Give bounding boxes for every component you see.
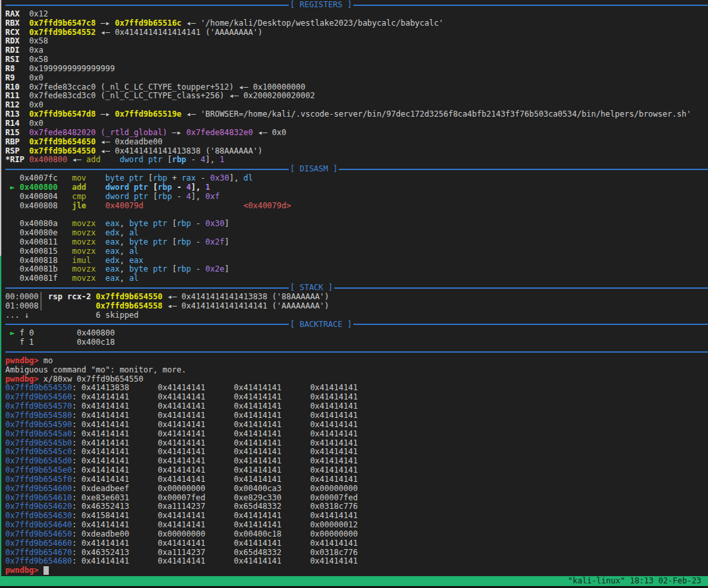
- terminal-line: RDI 0xa: [5, 46, 708, 55]
- terminal-line: 0x7ffd9b6545a0: 0x41414141 0x41414141 0x…: [5, 430, 708, 439]
- terminal-line: pwndbg> x/80xw 0x7ffd9b654550: [5, 375, 708, 384]
- terminal-line: 0x7ffd9b654640: 0x41414141 0x41414141 0x…: [5, 521, 708, 530]
- terminal-line: pwndbg> mo: [5, 357, 708, 366]
- terminal-line: 0x7ffd9b6545b0: 0x41414141 0x41414141 0x…: [5, 439, 708, 448]
- terminal-line: pwndbg>: [5, 566, 708, 575]
- terminal-line: RSP 0x7ffd9b654550 ◂— 0x4141414141413838…: [5, 147, 708, 156]
- section-label: [ STACK ]: [289, 283, 334, 293]
- tmux-session-clock-text: "kali-linux" 18:13 02-Feb-23: [568, 576, 706, 586]
- terminal-line: 0x7ffd9b6545f0: 0x41414141 0x41414141 0x…: [5, 475, 708, 485]
- terminal-line: 0x40080a movzx eax, byte ptr [rbp - 0x30…: [5, 220, 708, 229]
- terminal-line: 0x7ffd9b654630: 0x41584141 0x41414141 0x…: [5, 512, 708, 521]
- terminal-line: f 1 0x400c18: [5, 338, 708, 347]
- terminal-line: 0x7ffd9b654600: 0xdeadbeef 0x00000000 0x…: [5, 485, 708, 494]
- terminal-line: 0x400808 jle 0x40079d <0x40079d>: [5, 202, 708, 211]
- terminal-line: 0x7ffd9b6545c0: 0x41414141 0x41414141 0x…: [5, 448, 708, 457]
- terminal-line: RSI 0x58: [5, 55, 708, 65]
- terminal-line: 0x4007fc mov byte ptr [rbp + rax - 0x30]…: [5, 174, 708, 183]
- terminal-cursor: [44, 566, 49, 575]
- terminal-line: 0x7ffd9b654550: 0x41413838 0x41414141 0x…: [5, 384, 708, 393]
- terminal-line: 0x400811 movzx eax, byte ptr [rbp - 0x2f…: [5, 238, 708, 247]
- section-separator: [ BACKTRACE ]: [5, 320, 708, 330]
- terminal-line: ► 0x400800 add dword ptr [rbp - 4], 1: [5, 183, 708, 192]
- terminal-line: 0x7ffd9b654650: 0xdeadbe00 0x00000000 0x…: [5, 530, 708, 539]
- gutter-stripe-gray: [0, 0, 1, 256]
- terminal-line: 0x7ffd9b654590: 0x41414141 0x41414141 0x…: [5, 421, 708, 430]
- terminal-line: R9 0x0: [5, 74, 708, 83]
- terminal-line: R15 0x7fede8482020 (_rtld_global) —▸ 0x7…: [5, 129, 708, 138]
- terminal-line: 0x7ffd9b654580: 0x41414141 0x41414141 0x…: [5, 411, 708, 421]
- terminal-line: RCX 0x7ffd9b654552 ◂— 0x4141414141414141…: [5, 28, 708, 38]
- terminal-line: R13 0x7ffd9b6547d8 —▸ 0x7ffd9b65519e ◂— …: [5, 110, 708, 119]
- terminal-line: RDX 0x58: [5, 37, 708, 46]
- terminal-line: RAX 0x12: [5, 10, 708, 19]
- tmux-status-bar: "kali-linux" 18:13 02-Feb-23: [0, 576, 708, 586]
- terminal-line: Ambiguous command "mo": monitor, more.: [5, 366, 708, 375]
- gutter-stripe-green: [0, 256, 1, 576]
- terminal-line: [5, 210, 708, 220]
- terminal-line: 0x7ffd9b654570: 0x41414141 0x41414141 0x…: [5, 402, 708, 411]
- terminal-line: ... ↓ 6 skipped: [5, 311, 708, 320]
- terminal-line: 0x7ffd9b6545e0: 0x41414141 0x41414141 0x…: [5, 466, 708, 475]
- terminal-line: 00:0000│ rsp rcx-2 0x7ffd9b654550 ◂— 0x4…: [5, 293, 708, 302]
- section-label: [ BACKTRACE ]: [289, 320, 353, 330]
- terminal-line: RBX 0x7ffd9b6547c8 —▸ 0x7ffd9b65516c ◂— …: [5, 19, 708, 28]
- section-separator: [ STACK ]: [5, 283, 708, 293]
- section-separator: [ DISASM ]: [5, 165, 708, 174]
- terminal-line: 0x7ffd9b654620: 0x46352413 0xa1114237 0x…: [5, 502, 708, 512]
- terminal-line: R8 0x1999999999999999: [5, 65, 708, 74]
- terminal-line: 0x7ffd9b654660: 0x41414141 0x41414141 0x…: [5, 539, 708, 548]
- terminal-line: R11 0x7fede83cd3c0 (_nl_C_LC_CTYPE_class…: [5, 92, 708, 101]
- terminal-line: 0x400815 movzx eax, al: [5, 247, 708, 256]
- terminal-line: R10 0x7fede83ccac0 (_nl_C_LC_CTYPE_toupp…: [5, 83, 708, 92]
- section-separator: [ REGISTERS ]: [5, 1, 708, 10]
- terminal-line: 0x7ffd9b654610: 0xe83e6031 0x00007fed 0x…: [5, 494, 708, 503]
- section-separator: [5, 347, 708, 357]
- terminal-line: 01:0008│ 0x7ffd9b654558 ◂— 0x41414141414…: [5, 302, 708, 311]
- terminal-line: 0x7ffd9b654680: 0x41414141 0x41414141 0x…: [5, 557, 708, 566]
- section-label: [ DISASM ]: [289, 165, 339, 174]
- terminal-line: R12 0x0: [5, 101, 708, 110]
- terminal-line: 0x400804 cmp dword ptr [rbp - 4], 0xf: [5, 192, 708, 202]
- terminal-line: 0x40080e movzx edx, al: [5, 229, 708, 238]
- terminal-gutter-stripe: [0, 0, 1, 576]
- terminal-line: 0x7ffd9b654670: 0x46352413 0xa1114237 0x…: [5, 548, 708, 558]
- terminal-line: 0x40081b movzx eax, byte ptr [rbp - 0x2e…: [5, 265, 708, 274]
- terminal-line: *RIP 0x400800 ◂— add dword ptr [rbp - 4]…: [5, 156, 708, 165]
- terminal-line: R14 0x0: [5, 119, 708, 129]
- terminal-output[interactable]: [ REGISTERS ]RAX 0x12RBX 0x7ffd9b6547c8 …: [0, 0, 708, 576]
- terminal-line: 0x7ffd9b654560: 0x41414141 0x41414141 0x…: [5, 393, 708, 402]
- pwndbg-terminal-window: [ REGISTERS ]RAX 0x12RBX 0x7ffd9b6547c8 …: [0, 0, 708, 588]
- terminal-line: 0x40081f movzx eax, al: [5, 274, 708, 283]
- section-label: [ REGISTERS ]: [289, 1, 353, 10]
- terminal-line: RBP 0x7ffd9b654650 ◂— 0xdeadbe00: [5, 138, 708, 147]
- terminal-line: 0x7ffd9b6545d0: 0x41414141 0x41414141 0x…: [5, 457, 708, 466]
- terminal-line: 0x400818 imul edx, eax: [5, 256, 708, 266]
- terminal-line: ► f 0 0x400800: [5, 329, 708, 338]
